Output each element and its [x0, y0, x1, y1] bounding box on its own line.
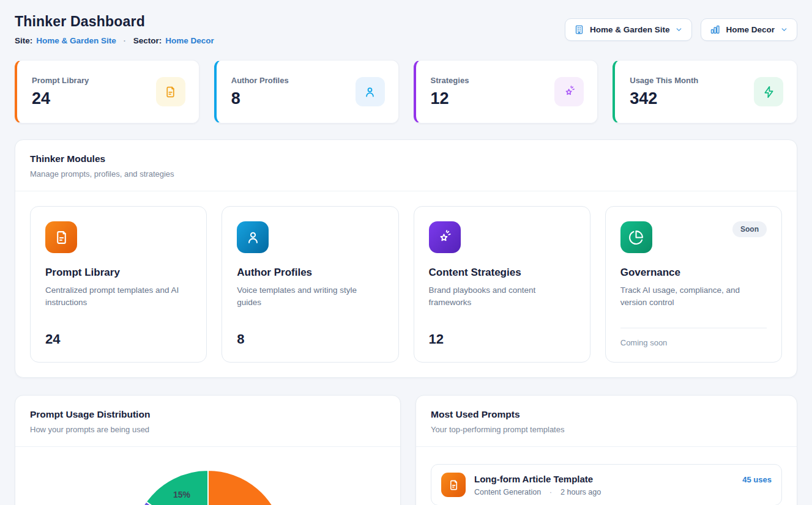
status-badge: Soon: [732, 221, 767, 237]
usage-chart-area: 15%: [15, 447, 400, 505]
site-selector-dropdown[interactable]: Home & Garden Site: [565, 18, 693, 41]
document-icon: [156, 77, 185, 106]
meta-separator: ·: [549, 488, 552, 496]
list-item-long-form-article[interactable]: Long-form Article Template Content Gener…: [431, 464, 782, 505]
module-count: 24: [45, 331, 192, 347]
module-footer: Coming soon: [620, 328, 767, 347]
sector-selector-dropdown[interactable]: Home Decor: [701, 18, 797, 41]
stat-card-usage: Usage This Month 342: [613, 60, 797, 123]
stat-card-prompt-library: Prompt Library 24: [15, 60, 199, 123]
donut-segment: [208, 470, 285, 505]
most-used-prompts-card: Most Used Prompts Your top-performing pr…: [415, 395, 797, 505]
site-label: Site:: [15, 36, 32, 45]
thinker-modules-panel: Thinker Modules Manage prompts, profiles…: [15, 139, 797, 378]
bottom-row: Prompt Usage Distribution How your promp…: [15, 395, 797, 505]
most-used-subtitle: Your top-performing prompt templates: [431, 425, 782, 434]
module-card-prompt-library[interactable]: Prompt Library Centralized prompt templa…: [30, 206, 207, 363]
prompt-meta: Content Generation · 2 hours ago: [474, 488, 734, 496]
stat-text: Strategies 12: [431, 76, 469, 108]
sparkle-star-icon: [554, 77, 584, 106]
header-selectors: Home & Garden Site Home Decor: [565, 18, 797, 41]
module-card-governance[interactable]: Soon Governance Track AI usage, complian…: [605, 206, 782, 363]
stat-text: Prompt Library 24: [32, 76, 89, 108]
chevron-down-icon: [780, 26, 788, 34]
sparkle-star-icon: [429, 221, 461, 253]
chevron-down-icon: [675, 26, 683, 34]
usage-chart-title: Prompt Usage Distribution: [30, 409, 386, 420]
stat-value: 342: [630, 89, 698, 108]
prompt-uses-count: 45 uses: [742, 475, 772, 484]
stat-card-strategies: Strategies 12: [414, 60, 598, 123]
stat-label: Strategies: [431, 76, 469, 85]
stats-row: Prompt Library 24 Author Profiles 8 Stra…: [15, 60, 797, 123]
user-icon: [237, 221, 269, 253]
stat-label: Author Profiles: [231, 76, 289, 85]
module-top-row: Soon: [620, 221, 767, 253]
sector-label: Sector:: [133, 36, 162, 45]
modules-panel-header: Thinker Modules Manage prompts, profiles…: [15, 140, 797, 191]
prompt-list: Long-form Article Template Content Gener…: [416, 447, 797, 505]
user-icon: [356, 77, 385, 106]
document-icon: [441, 473, 466, 497]
breadcrumb-separator: ·: [124, 37, 126, 45]
module-title: Prompt Library: [45, 267, 192, 279]
usage-donut: 15%: [122, 461, 294, 505]
sector-link[interactable]: Home Decor: [165, 36, 214, 45]
module-card-author-profiles[interactable]: Author Profiles Voice templates and writ…: [222, 206, 398, 363]
prompt-name: Long-form Article Template: [474, 474, 734, 484]
breadcrumb: Site: Home & Garden Site · Sector: Home …: [15, 36, 214, 45]
module-count: 8: [237, 331, 383, 347]
stat-label: Usage This Month: [630, 76, 698, 85]
module-description: Centralized prompt templates and AI inst…: [45, 284, 192, 309]
stat-value: 12: [431, 89, 469, 108]
module-description: Track AI usage, compliance, and version …: [620, 284, 767, 309]
stat-card-author-profiles: Author Profiles 8: [214, 60, 399, 123]
stat-value: 8: [231, 89, 289, 108]
module-count: 12: [429, 331, 575, 347]
dashboard-page: Thinker Dashboard Site: Home & Garden Si…: [0, 0, 812, 505]
stat-text: Author Profiles 8: [231, 76, 289, 108]
document-icon: [45, 221, 77, 253]
building-icon: [574, 24, 584, 35]
donut-segment: [146, 470, 207, 505]
stat-value: 24: [32, 89, 89, 108]
module-title: Author Profiles: [237, 267, 383, 279]
module-description: Brand playbooks and content frameworks: [429, 284, 575, 309]
module-title: Content Strategies: [429, 267, 575, 279]
prompt-time: 2 hours ago: [561, 488, 601, 496]
stat-text: Usage This Month 342: [630, 76, 698, 108]
module-card-content-strategies[interactable]: Content Strategies Brand playbooks and c…: [414, 206, 590, 363]
sector-selector-label: Home Decor: [726, 25, 775, 34]
prompt-item-main: Long-form Article Template Content Gener…: [474, 474, 734, 496]
donut-data-label: 15%: [173, 490, 190, 499]
most-used-header: Most Used Prompts Your top-performing pr…: [416, 396, 797, 447]
bar-chart-icon: [710, 24, 720, 35]
usage-card-header: Prompt Usage Distribution How your promp…: [15, 396, 400, 447]
most-used-title: Most Used Prompts: [431, 409, 782, 420]
lightning-icon: [754, 77, 783, 106]
module-description: Voice templates and writing style guides: [237, 284, 383, 309]
site-selector-label: Home & Garden Site: [590, 25, 670, 34]
modules-subtitle: Manage prompts, profiles, and strategies: [30, 169, 782, 179]
page-header: Thinker Dashboard Site: Home & Garden Si…: [15, 13, 797, 45]
prompt-category: Content Generation: [474, 488, 541, 496]
module-title: Governance: [620, 267, 767, 279]
modules-title: Thinker Modules: [30, 153, 782, 164]
prompt-usage-card: Prompt Usage Distribution How your promp…: [15, 395, 401, 505]
modules-grid: Prompt Library Centralized prompt templa…: [15, 191, 797, 377]
pie-chart-icon: [620, 221, 652, 253]
usage-chart-subtitle: How your prompts are being used: [30, 425, 386, 434]
header-left: Thinker Dashboard Site: Home & Garden Si…: [15, 13, 214, 45]
stat-label: Prompt Library: [32, 76, 89, 85]
page-title: Thinker Dashboard: [15, 13, 214, 30]
site-link[interactable]: Home & Garden Site: [36, 36, 116, 45]
